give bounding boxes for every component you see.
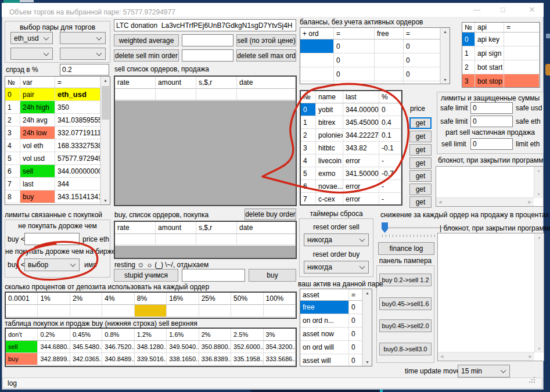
pair-combo-4[interactable] (60, 48, 106, 60)
table-row[interactable]: 5 vol usd 57577.9729497 (5, 152, 100, 165)
scroll-left-icon[interactable]: ◀ (438, 200, 441, 204)
delete-sell-min-order-button[interactable]: delete sell min order (114, 49, 179, 62)
get-price-button-6[interactable]: get (409, 196, 432, 208)
col-header[interactable]: 16% (167, 293, 199, 305)
col-header[interactable]: 1.6% (167, 329, 199, 341)
scrollbar[interactable]: ▲ ▼ (440, 28, 450, 84)
col-header[interactable]: 0.45% (70, 329, 102, 341)
col-header[interactable]: № (301, 91, 316, 103)
table-row[interactable]: 4 livecoin error - (301, 154, 401, 167)
scrollbar[interactable]: ▲ ▼ (534, 167, 543, 198)
buy-button[interactable]: buy (249, 269, 296, 282)
scrollbar[interactable]: ◀ ▶ (436, 197, 534, 206)
percent-cell[interactable] (199, 305, 231, 317)
col-header[interactable]: s,$,r (196, 222, 237, 234)
delete-sell-max-order-button[interactable]: delete sell max ord (236, 49, 296, 62)
col-header[interactable]: 8% (135, 293, 167, 305)
table-row[interactable]: 2 poloniex 344.22227... 0.1 (301, 129, 401, 142)
table-row[interactable]: 0 0 (300, 39, 440, 53)
scrollbar[interactable]: ▲ ▼ (534, 233, 544, 353)
percent-cell[interactable] (70, 305, 102, 317)
finance-log-button[interactable]: finance log (378, 242, 434, 255)
scroll-down-icon[interactable]: ▼ (365, 360, 369, 364)
exchange-select-combo[interactable]: выбор (24, 258, 80, 271)
pumper-button-3[interactable]: buy0.8->sell3.0 (379, 343, 432, 355)
minimize-icon[interactable]: — (468, 3, 486, 16)
col-header[interactable]: 0.2% (38, 329, 70, 341)
scroll-down-icon[interactable]: ▼ (537, 347, 541, 351)
table-row[interactable]: 0 pair eth_usd (5, 88, 100, 101)
scroll-up-icon[interactable]: ▲ (365, 291, 369, 295)
col-header[interactable]: 1% (38, 293, 70, 305)
col-header[interactable]: rate (115, 77, 156, 89)
get-price-button-2[interactable]: get (409, 144, 432, 156)
scroll-up-icon[interactable]: ▲ (103, 78, 107, 82)
col-header[interactable]: name (316, 91, 343, 103)
notepad1-textarea[interactable]: ▲ ▼ ◀ ▶ (436, 166, 544, 207)
sell-price-input[interactable] (182, 34, 233, 46)
table-row[interactable]: 2 24h avg 341.03859555 (5, 114, 100, 127)
percent-cell[interactable] (167, 305, 199, 317)
table-row[interactable]: on ord n... 0 (300, 314, 362, 328)
buy-price-limit-input[interactable] (24, 233, 80, 245)
close-icon[interactable]: ✕ (523, 3, 541, 16)
table-row[interactable]: 6 sell 344.00000000 (5, 165, 100, 178)
table-row[interactable]: asset now 0 (300, 328, 362, 341)
scroll-up-icon[interactable]: ▲ (537, 235, 541, 239)
sell-at-price-button[interactable]: sell (по этой цене) (236, 34, 296, 46)
col-header[interactable]: asset (300, 289, 349, 301)
col-header[interactable]: 50% (231, 293, 263, 305)
percent-cell[interactable] (264, 305, 296, 317)
reset-order-sell-combo[interactable]: никогда (304, 233, 369, 246)
time-update-combo[interactable]: 15 min (458, 365, 510, 377)
get-price-button-4[interactable]: get (409, 170, 432, 182)
get-price-button-1[interactable]: get (409, 131, 432, 142)
notepad2-textarea[interactable]: ▲ ▼ ◀ ▶ (437, 233, 544, 361)
percent-cell[interactable] (102, 305, 134, 317)
col-header[interactable]: var (20, 77, 55, 88)
resize-grip-icon[interactable] (534, 382, 535, 383)
col-header[interactable]: = (55, 77, 100, 88)
col-header[interactable]: 2% (199, 329, 231, 341)
scroll-right-icon[interactable]: ▶ (529, 200, 531, 204)
get-price-button-5[interactable]: get (409, 184, 432, 195)
table-row[interactable]: free 0 (300, 301, 362, 314)
col-header[interactable]: = (504, 23, 540, 33)
scrollbar[interactable]: ◀ ▶ (438, 352, 534, 361)
col-header[interactable]: № (5, 77, 20, 88)
col-header[interactable]: 25% (199, 293, 231, 305)
col-header[interactable]: 100% (264, 293, 296, 305)
percent-cell[interactable] (231, 305, 263, 317)
col-header[interactable]: 0.8% (102, 329, 134, 341)
scroll-down-icon[interactable]: ▼ (537, 192, 541, 196)
col-header[interactable]: = (349, 289, 362, 301)
stupid-learn-button[interactable]: stupid учимся (114, 269, 178, 282)
buy-amount-input[interactable] (182, 269, 245, 282)
col-header[interactable]: % (379, 91, 401, 103)
donation-input[interactable] (114, 19, 296, 31)
col-header[interactable]: last (343, 91, 379, 103)
col-header[interactable]: date (237, 77, 296, 89)
col-header[interactable]: api (475, 23, 504, 33)
col-header[interactable]: + ord (300, 28, 334, 39)
col-header[interactable]: № (462, 23, 475, 33)
scroll-down-icon[interactable]: ▼ (443, 78, 447, 82)
scroll-up-icon[interactable]: ▲ (537, 168, 541, 172)
table-row[interactable]: 3 24h low 332.07719111 (5, 127, 100, 139)
col-header[interactable]: 2% (70, 293, 102, 305)
pair-combo-3[interactable] (10, 48, 53, 60)
scroll-right-icon[interactable]: ▶ (529, 354, 532, 359)
delete-buy-order-button[interactable]: delete buy order (245, 208, 296, 220)
percent-cell-selected[interactable] (135, 305, 167, 317)
sell-amount-input[interactable] (182, 49, 233, 62)
scroll-up-icon[interactable]: ▲ (443, 30, 447, 34)
table-row[interactable]: 2 bot start (462, 60, 540, 74)
safe-limit-eth-input[interactable] (470, 116, 513, 127)
pumper-button-1[interactable]: buy0.45->sell1.6 (379, 297, 432, 310)
reset-order-buy-combo[interactable]: никогда (304, 261, 369, 274)
scrollbar[interactable]: ▲ ▼ (100, 77, 110, 204)
col-header[interactable]: = (404, 28, 440, 39)
table-row[interactable]: 0 api key (462, 33, 540, 46)
table-row[interactable]: 7 last 344 (5, 178, 100, 190)
col-header[interactable]: amount (156, 77, 196, 89)
